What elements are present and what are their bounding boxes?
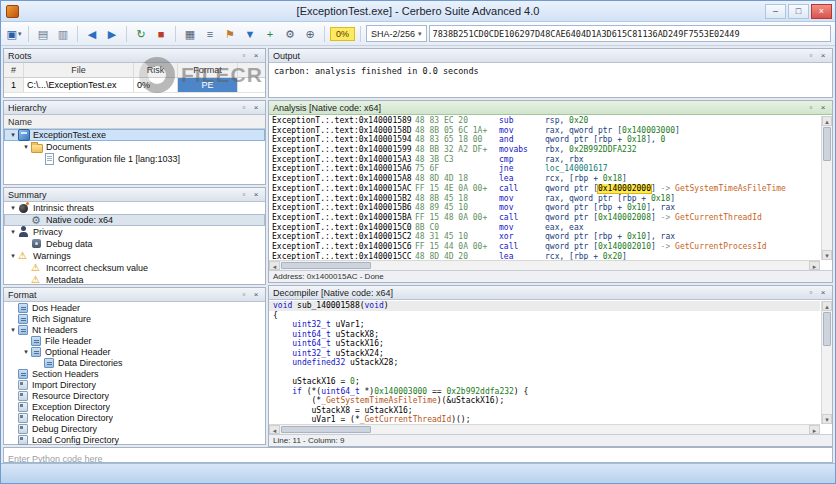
open-file-icon[interactable]: ▤	[34, 25, 52, 43]
close-panel-icon[interactable]: ×	[251, 289, 261, 301]
float-panel-icon[interactable]: ▫	[806, 287, 816, 299]
close-panel-icon[interactable]: ×	[251, 50, 261, 62]
tree-item[interactable]: Section Headers	[4, 368, 265, 379]
vertical-scrollbar[interactable]: ▴ ▾	[821, 116, 832, 260]
scroll-right-icon[interactable]: ▸	[809, 425, 820, 434]
disasm-row[interactable]: ExceptionT.:.text:0x1400015C08B C0moveax…	[269, 223, 820, 233]
scrollbar-thumb[interactable]	[281, 262, 371, 269]
tree-item[interactable]: Metadata	[4, 274, 265, 286]
tree-item[interactable]: Relocation Directory	[4, 412, 265, 423]
decompiler-line[interactable]: undefined32 uStackX28;	[269, 358, 820, 368]
scrollbar-thumb[interactable]	[823, 127, 831, 161]
tree-item[interactable]: Resource Directory	[4, 390, 265, 401]
horizontal-scrollbar[interactable]: ◂ ▸	[269, 424, 820, 434]
tree-item[interactable]: Exception Directory	[4, 401, 265, 412]
decompiler-line[interactable]: uint32_t uVar1;	[269, 320, 820, 330]
expander-icon[interactable]: ▾	[8, 326, 18, 334]
minimize-button[interactable]: –	[765, 4, 786, 19]
close-panel-icon[interactable]: ×	[818, 50, 828, 62]
disasm-row[interactable]: ExceptionT.:.text:0x14000159448 83 65 18…	[269, 135, 820, 145]
tree-item[interactable]: Configuration file 1 [lang:1033]	[4, 153, 265, 165]
scrollbar-thumb[interactable]	[823, 312, 831, 346]
back-icon[interactable]: ◀	[83, 25, 101, 43]
float-panel-icon[interactable]: ▫	[239, 50, 249, 62]
tree-item[interactable]: ▾Privacy	[4, 226, 265, 238]
close-panel-icon[interactable]: ×	[251, 102, 261, 114]
text-view-icon[interactable]: ≡	[201, 25, 219, 43]
tree-item[interactable]: ▾Warnings	[4, 250, 265, 262]
decompiler-line[interactable]: uint64_t uStackX8;	[269, 330, 820, 340]
tree-item[interactable]: Load Config Directory	[4, 434, 265, 445]
report-icon[interactable]: ▥	[54, 25, 72, 43]
tree-item[interactable]: File Header	[4, 335, 265, 346]
column-header[interactable]: #	[4, 63, 24, 77]
tree-item[interactable]: Import Directory	[4, 379, 265, 390]
disasm-row[interactable]: ExceptionT.:.text:0x1400015A675 6Fjneloc…	[269, 164, 820, 174]
tree-item[interactable]: Debug Directory	[4, 423, 265, 434]
disasm-row[interactable]: ExceptionT.:.text:0x1400015BAFF 15 48 0A…	[269, 213, 820, 223]
decompiler-line[interactable]: uint32_t uStackX24;	[269, 349, 820, 359]
maximize-button[interactable]: □	[788, 4, 809, 19]
expander-icon[interactable]: ▾	[8, 204, 18, 212]
tree-item[interactable]: ▾Intrinsic threats	[4, 202, 265, 214]
roots-row[interactable]: 1C:\...\ExceptionTest.ex0%PE	[4, 78, 265, 93]
disasm-row[interactable]: ExceptionT.:.text:0x1400015B248 8B 45 18…	[269, 194, 820, 204]
decompiler-line[interactable]: if (*(uint64_t *)0x140003000 == 0x2b992d…	[269, 387, 820, 397]
scroll-right-icon[interactable]: ▸	[809, 261, 820, 270]
decompiler-line[interactable]	[269, 368, 820, 378]
tree-item[interactable]: ▾Documents	[4, 141, 265, 153]
tree-item[interactable]: Native code: x64	[4, 214, 265, 226]
decompiler-line[interactable]: uStackX16 = 0;	[269, 377, 820, 387]
decompiler-line[interactable]: {	[269, 311, 820, 321]
scroll-down-icon[interactable]: ▾	[822, 414, 832, 424]
expander-icon[interactable]: ▾	[8, 131, 18, 139]
disasm-row[interactable]: ExceptionT.:.text:0x1400015C248 31 45 10…	[269, 232, 820, 242]
hash-value-field[interactable]	[429, 25, 831, 42]
tree-item[interactable]: Incorrect checksum value	[4, 262, 265, 274]
tree-item[interactable]: Data Directories	[4, 357, 265, 368]
scroll-down-icon[interactable]: ▾	[822, 250, 832, 260]
column-header[interactable]: Risk	[134, 63, 178, 77]
close-panel-icon[interactable]: ×	[251, 189, 261, 201]
scroll-left-icon[interactable]: ◂	[269, 261, 280, 270]
stop-icon[interactable]: ■	[152, 25, 170, 43]
scroll-up-icon[interactable]: ▴	[822, 301, 832, 311]
scroll-up-icon[interactable]: ▴	[822, 116, 832, 126]
decompiler-line[interactable]: uint64_t uStackX16;	[269, 339, 820, 349]
disasm-row[interactable]: ExceptionT.:.text:0x14000159948 BB 32 A2…	[269, 145, 820, 155]
decompiler-line[interactable]: void sub_140001588(void)	[269, 301, 820, 311]
disasm-row[interactable]: ExceptionT.:.text:0x1400015ACFF 15 4E 0A…	[269, 184, 820, 194]
decompiler-line[interactable]: uStackX8 = uStackX16;	[269, 406, 820, 416]
scrollbar-thumb[interactable]	[281, 426, 371, 433]
tree-item[interactable]: ▾Nt Headers	[4, 324, 265, 335]
disasm-row[interactable]: ExceptionT.:.text:0x1400015A848 8D 4D 18…	[269, 174, 820, 184]
close-button[interactable]: ×	[811, 4, 832, 19]
forward-icon[interactable]: ▶	[103, 25, 121, 43]
add-extension-icon[interactable]: +	[261, 25, 279, 43]
float-panel-icon[interactable]: ▫	[239, 289, 249, 301]
vertical-scrollbar[interactable]: ▴ ▾	[821, 301, 832, 424]
decompiler-line[interactable]: (*_GetSystemTimeAsFileTime)(&uStackX16);	[269, 396, 820, 406]
tree-item[interactable]: Dos Header	[4, 302, 265, 313]
horizontal-scrollbar[interactable]: ◂ ▸	[269, 260, 820, 270]
float-panel-icon[interactable]: ▫	[806, 50, 816, 62]
decompiler-line[interactable]: uVar1 = (*_GetCurrentThreadId)();	[269, 415, 820, 424]
expander-icon[interactable]: ▾	[21, 348, 31, 356]
bookmarks-icon[interactable]: ⚑	[221, 25, 239, 43]
disasm-row[interactable]: ExceptionT.:.text:0x1400015A348 3B C3cmp…	[269, 155, 820, 165]
hex-view-icon[interactable]: ▦	[181, 25, 199, 43]
close-panel-icon[interactable]: ×	[818, 287, 828, 299]
disasm-row[interactable]: ExceptionT.:.text:0x1400015B648 89 45 10…	[269, 203, 820, 213]
close-panel-icon[interactable]: ×	[818, 102, 828, 114]
save-icon[interactable]: ▣▾	[5, 25, 23, 43]
tree-item[interactable]: Debug data	[4, 238, 265, 250]
expander-icon[interactable]: ▾	[21, 143, 31, 151]
disasm-row[interactable]: ExceptionT.:.text:0x1400015C6FF 15 44 0A…	[269, 242, 820, 252]
column-header[interactable]: File	[24, 63, 134, 77]
disasm-row[interactable]: ExceptionT.:.text:0x1400015CC48 8D 4D 20…	[269, 252, 820, 260]
disasm-row[interactable]: ExceptionT.:.text:0x14000158D48 8B 05 6C…	[269, 126, 820, 136]
settings-icon[interactable]: ⚙	[281, 25, 299, 43]
float-panel-icon[interactable]: ▫	[239, 102, 249, 114]
hash-algo-select[interactable]: SHA-2/256▾	[366, 25, 427, 42]
float-panel-icon[interactable]: ▫	[239, 189, 249, 201]
